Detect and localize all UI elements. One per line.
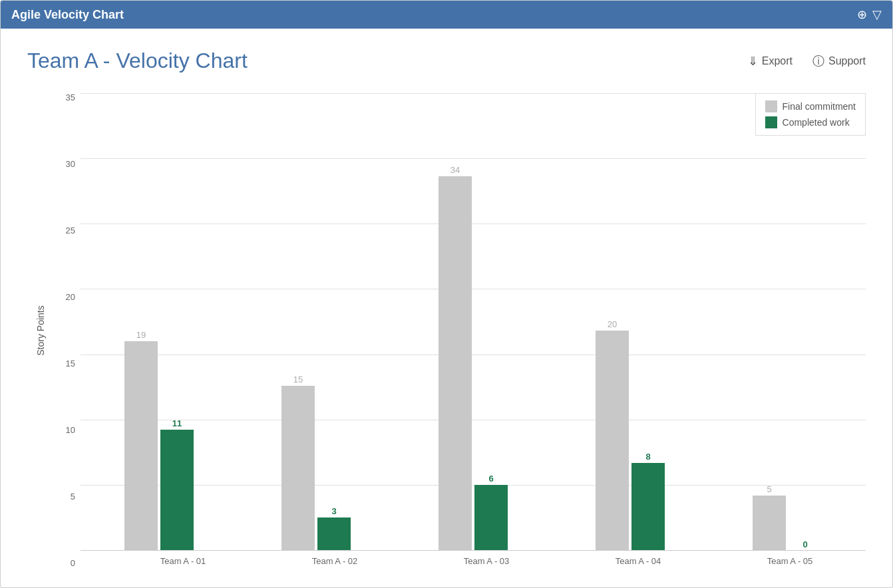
- bars-pair: 153: [281, 374, 351, 551]
- widget-title: Agile Velocity Chart: [11, 8, 124, 22]
- support-button[interactable]: ⓘ Support: [812, 53, 866, 69]
- completed-label: 6: [488, 474, 493, 484]
- completed-label: 8: [645, 452, 650, 462]
- team-group: 50: [709, 484, 866, 551]
- chart-inner: 35302520151050 191115334620850 Final com…: [54, 93, 866, 567]
- bars-pair: 208: [596, 319, 665, 551]
- x-label: Team A - 02: [259, 551, 411, 567]
- completed-label: 0: [803, 539, 807, 549]
- completed-bar: [317, 517, 351, 551]
- y-tick: 35: [66, 93, 75, 102]
- chart-container: Story Points 35302520151050 191115334620…: [27, 93, 866, 567]
- commitment-label: 34: [450, 165, 460, 175]
- team-group: 346: [395, 165, 552, 551]
- commitment-label: 20: [608, 319, 617, 329]
- widget-header: Agile Velocity Chart ⊕ ▽: [1, 1, 892, 29]
- completed-bar: [631, 463, 665, 551]
- x-label: Team A - 03: [411, 551, 562, 567]
- export-label: Export: [762, 55, 793, 67]
- completed-bar-wrap: 6: [474, 474, 508, 551]
- commitment-bar-wrap: 34: [439, 165, 472, 551]
- completed-bar-wrap: 8: [631, 452, 665, 551]
- y-tick: 25: [66, 226, 75, 235]
- x-label: Team A - 04: [562, 551, 714, 567]
- chart-header: Team A - Velocity Chart ⇓ Export ⓘ Suppo…: [27, 49, 866, 73]
- completed-swatch: [765, 116, 777, 128]
- commitment-bar: [596, 331, 629, 551]
- chart-area: Story Points 35302520151050 191115334620…: [27, 93, 866, 567]
- team-group: 153: [238, 374, 395, 551]
- completed-bar-wrap: 0: [789, 539, 822, 551]
- commitment-label: 5: [767, 484, 771, 494]
- y-tick: 10: [66, 426, 75, 434]
- commitment-bar-wrap: 5: [753, 484, 786, 551]
- team-group: 208: [552, 319, 709, 551]
- completed-legend-label: Completed work: [783, 117, 850, 128]
- completed-bar-wrap: 11: [160, 418, 194, 551]
- x-axis: Team A - 01Team A - 02Team A - 03Team A …: [81, 551, 866, 567]
- y-axis-label: Story Points: [35, 305, 46, 355]
- y-tick: 5: [71, 492, 75, 501]
- grid-and-bars: 191115334620850 Final commitment: [81, 93, 866, 551]
- commitment-bar: [281, 386, 315, 551]
- legend-item-commitment: Final commitment: [765, 100, 856, 112]
- commitment-bar: [124, 341, 158, 551]
- chart-title: Team A - Velocity Chart: [27, 49, 248, 73]
- y-tick: 0: [71, 559, 75, 567]
- bars-row: 191115334620850: [81, 93, 866, 551]
- x-label: Team A - 05: [714, 551, 866, 567]
- y-axis: 35302520151050: [54, 93, 81, 567]
- widget-container: Agile Velocity Chart ⊕ ▽ Team A - Veloci…: [0, 0, 893, 588]
- y-tick: 30: [66, 160, 75, 168]
- completed-label: 11: [172, 418, 182, 428]
- commitment-bar-wrap: 19: [124, 330, 158, 551]
- y-tick: 20: [66, 293, 75, 301]
- support-icon: ⓘ: [812, 53, 824, 69]
- completed-bar: [474, 485, 508, 551]
- chart-actions: ⇓ Export ⓘ Support: [748, 53, 866, 69]
- bars-pair: 346: [439, 165, 508, 551]
- commitment-swatch: [765, 100, 777, 112]
- x-axis-spacer: [81, 551, 107, 567]
- widget-body: Team A - Velocity Chart ⇓ Export ⓘ Suppo…: [1, 29, 892, 587]
- commitment-bar: [439, 176, 472, 551]
- legend-item-completed: Completed work: [765, 116, 856, 128]
- x-label: Team A - 01: [107, 551, 259, 567]
- export-button[interactable]: ⇓ Export: [748, 54, 793, 69]
- team-group: 1911: [81, 330, 238, 551]
- bars-pair: 50: [753, 484, 822, 551]
- bars-pair: 1911: [124, 330, 194, 551]
- commitment-legend-label: Final commitment: [783, 101, 856, 112]
- move-icon[interactable]: ⊕: [857, 7, 867, 22]
- x-labels: Team A - 01Team A - 02Team A - 03Team A …: [107, 551, 866, 567]
- export-icon: ⇓: [748, 54, 758, 69]
- completed-label: 3: [331, 506, 336, 516]
- bars-area: 191115334620850 Final commitment: [81, 93, 866, 567]
- commitment-label: 15: [293, 374, 303, 384]
- y-axis-label-container: Story Points: [27, 93, 54, 567]
- completed-bar: [160, 430, 194, 551]
- commitment-bar-wrap: 20: [596, 319, 629, 551]
- commitment-bar-wrap: 15: [281, 374, 315, 551]
- widget-controls: ⊕ ▽: [857, 7, 882, 22]
- completed-bar-wrap: 3: [317, 506, 351, 551]
- commitment-label: 19: [136, 330, 146, 340]
- collapse-icon[interactable]: ▽: [872, 7, 882, 22]
- y-tick: 15: [66, 359, 75, 368]
- chart-plot: 35302520151050 191115334620850 Final com…: [54, 93, 866, 567]
- support-label: Support: [828, 55, 866, 67]
- legend: Final commitment Completed work: [755, 93, 866, 136]
- commitment-bar: [753, 496, 786, 551]
- baseline: [81, 550, 866, 551]
